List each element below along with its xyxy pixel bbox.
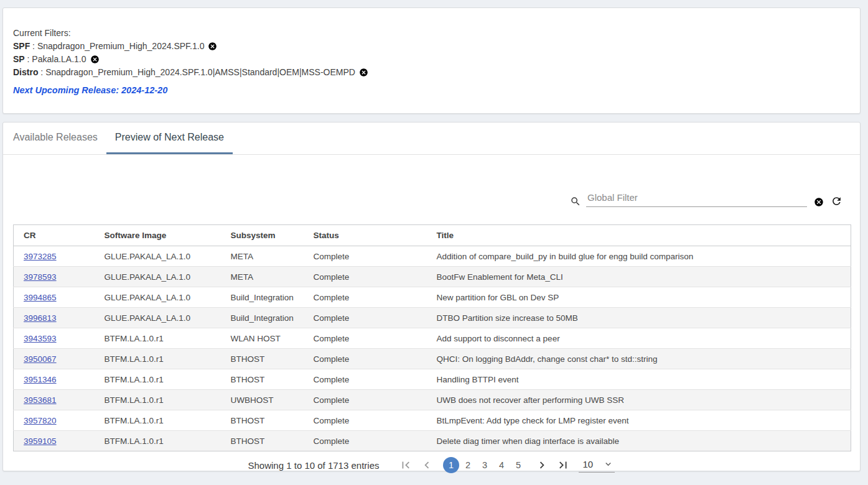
table-row: 3950067BTFM.LA.1.0.r1BTHOSTCompleteQHCI:… bbox=[14, 349, 851, 369]
filter-separator: : bbox=[30, 41, 37, 51]
cell: BtLmpEvent: Add type check for LMP regis… bbox=[427, 410, 851, 431]
cell: Build_Integration bbox=[221, 308, 304, 328]
cr-link[interactable]: 3953681 bbox=[24, 395, 57, 405]
table-row: 3951346BTFM.LA.1.0.r1BTHOSTCompleteHandl… bbox=[14, 369, 851, 390]
cell-cr: 3943593 bbox=[14, 328, 95, 349]
cell: Complete bbox=[304, 369, 427, 390]
cell: BTFM.LA.1.0.r1 bbox=[95, 349, 221, 369]
column-header: Status bbox=[304, 225, 427, 246]
cell: BTFM.LA.1.0.r1 bbox=[95, 328, 221, 349]
cell: Add support to disconnect a peer bbox=[427, 328, 851, 349]
pagination-summary: Showing 1 to 10 of 1713 entries bbox=[248, 460, 380, 471]
column-header: Subsystem bbox=[221, 225, 304, 246]
cell: META bbox=[221, 267, 304, 287]
search-icon bbox=[570, 196, 581, 207]
tab-bar: Available ReleasesPreview of Next Releas… bbox=[3, 122, 860, 155]
cr-link[interactable]: 3978593 bbox=[24, 272, 57, 282]
page-button-5[interactable]: 5 bbox=[510, 457, 526, 473]
page-button-4[interactable]: 4 bbox=[493, 457, 510, 473]
filter-list: SPF : Snapdragon_Premium_High_2024.SPF.1… bbox=[13, 40, 850, 79]
last-page-icon[interactable] bbox=[556, 458, 570, 472]
remove-filter-icon[interactable] bbox=[359, 68, 368, 77]
cr-link[interactable]: 3951346 bbox=[24, 375, 57, 384]
remove-filter-icon[interactable] bbox=[208, 42, 217, 51]
cell: GLUE.PAKALA_LA.1.0 bbox=[95, 287, 221, 308]
cr-link[interactable]: 3957820 bbox=[24, 416, 57, 425]
previous-page-icon[interactable] bbox=[420, 458, 434, 472]
cell-cr: 3950067 bbox=[14, 349, 95, 369]
table-row: 3953681BTFM.LA.1.0.r1UWBHOSTCompleteUWB … bbox=[14, 390, 851, 410]
cell: BTHOST bbox=[221, 369, 304, 390]
filter-value: Pakala.LA.1.0 bbox=[32, 54, 86, 64]
cr-link[interactable]: 3959105 bbox=[24, 436, 57, 446]
cell: Complete bbox=[304, 287, 427, 308]
next-page-icon[interactable] bbox=[535, 458, 549, 472]
cell: Complete bbox=[304, 308, 427, 328]
cr-link[interactable]: 3973285 bbox=[24, 252, 57, 261]
cell: UWB does not recover after performing UW… bbox=[427, 390, 851, 410]
tab-available-releases[interactable]: Available Releases bbox=[4, 122, 106, 154]
table-row: 3957820BTFM.LA.1.0.r1BTHOSTCompleteBtLmp… bbox=[14, 410, 851, 431]
cell: Complete bbox=[304, 390, 427, 410]
cr-link[interactable]: 3996813 bbox=[24, 313, 57, 323]
cell: GLUE.PAKALA_LA.1.0 bbox=[95, 246, 221, 267]
page-buttons: 12345 bbox=[442, 457, 526, 473]
table-row: 3973285GLUE.PAKALA_LA.1.0METACompleteAdd… bbox=[14, 246, 851, 267]
cell: GLUE.PAKALA_LA.1.0 bbox=[95, 267, 221, 287]
cell: BTFM.LA.1.0.r1 bbox=[95, 390, 221, 410]
remove-filter-icon[interactable] bbox=[90, 55, 100, 64]
cell: BTFM.LA.1.0.r1 bbox=[95, 431, 221, 451]
active-filter: SPF : Snapdragon_Premium_High_2024.SPF.1… bbox=[13, 40, 850, 53]
cell: Build_Integration bbox=[221, 287, 304, 308]
cell: DTBO Partition size increase to 50MB bbox=[427, 308, 851, 328]
table-toolbar bbox=[3, 155, 860, 215]
filter-label: SPF bbox=[13, 41, 30, 51]
table-body: 3973285GLUE.PAKALA_LA.1.0METACompleteAdd… bbox=[14, 246, 851, 451]
chevron-down-icon bbox=[603, 459, 614, 469]
tab-preview-of-next-release[interactable]: Preview of Next Release bbox=[106, 122, 233, 154]
cell-cr: 3953681 bbox=[14, 390, 95, 410]
page-button-3[interactable]: 3 bbox=[477, 457, 493, 473]
global-filter-wrap bbox=[563, 190, 842, 207]
releases-panel: Available ReleasesPreview of Next Releas… bbox=[2, 122, 861, 471]
cr-link[interactable]: 3943593 bbox=[24, 334, 57, 343]
cell: META bbox=[221, 246, 304, 267]
column-header: CR bbox=[14, 225, 95, 246]
current-filters-panel: Current Filters: SPF : Snapdragon_Premiu… bbox=[2, 7, 861, 114]
cell: BTHOST bbox=[221, 349, 304, 369]
cell: Complete bbox=[304, 328, 427, 349]
cell: BTFM.LA.1.0.r1 bbox=[95, 410, 221, 431]
cr-link[interactable]: 3994865 bbox=[24, 293, 57, 302]
refresh-icon[interactable] bbox=[831, 195, 842, 207]
active-filter: Distro : Snapdragon_Premium_High_2024.SP… bbox=[13, 66, 850, 79]
column-header: Software Image bbox=[95, 225, 221, 246]
cell-cr: 3951346 bbox=[14, 369, 95, 390]
cr-link[interactable]: 3950067 bbox=[24, 354, 57, 364]
cell-cr: 3994865 bbox=[14, 287, 95, 308]
filter-value: Snapdragon_Premium_High_2024.SPF.1.0 bbox=[37, 41, 205, 51]
filter-value: Snapdragon_Premium_High_2024.SPF.1.0|AMS… bbox=[45, 67, 355, 77]
cell: Complete bbox=[304, 349, 427, 369]
active-filter: SP : Pakala.LA.1.0 bbox=[13, 53, 850, 66]
clear-filter-icon[interactable] bbox=[814, 197, 824, 207]
cell: Complete bbox=[304, 267, 427, 287]
cell-cr: 3973285 bbox=[14, 246, 95, 267]
cell: BTHOST bbox=[221, 410, 304, 431]
filter-label: Distro bbox=[13, 67, 38, 77]
cell: BTFM.LA.1.0.r1 bbox=[95, 369, 221, 390]
cell: UWBHOST bbox=[221, 390, 304, 410]
table-row: 3943593BTFM.LA.1.0.r1WLAN HOSTCompleteAd… bbox=[14, 328, 851, 349]
cell-cr: 3996813 bbox=[14, 308, 95, 328]
filter-separator: : bbox=[38, 67, 45, 77]
cell-cr: 3959105 bbox=[14, 431, 95, 451]
page-size-select[interactable]: 10 bbox=[579, 458, 615, 473]
column-header: Title bbox=[427, 225, 851, 246]
page-size-value: 10 bbox=[582, 459, 593, 469]
global-filter-input[interactable] bbox=[586, 190, 807, 207]
cell: Complete bbox=[304, 431, 427, 451]
first-page-icon[interactable] bbox=[399, 458, 413, 472]
cell: Complete bbox=[304, 410, 427, 431]
cell: WLAN HOST bbox=[221, 328, 304, 349]
page-button-2[interactable]: 2 bbox=[460, 457, 476, 473]
page-button-1[interactable]: 1 bbox=[443, 457, 459, 473]
